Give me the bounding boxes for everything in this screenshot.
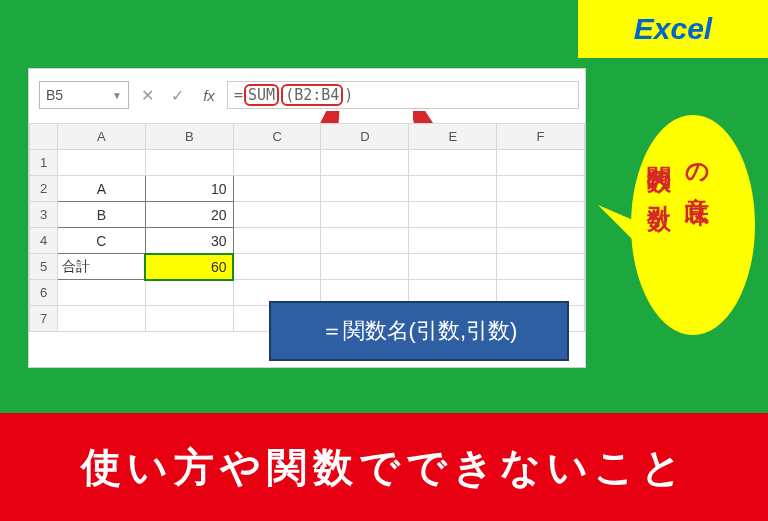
- formula-args-box: (B2:B4: [281, 84, 343, 106]
- syntax-box: ＝関数名(引数,引数): [269, 301, 569, 361]
- row-header[interactable]: 5: [30, 254, 58, 280]
- cell[interactable]: [497, 150, 585, 176]
- cell[interactable]: [321, 254, 409, 280]
- cell[interactable]: 10: [145, 176, 233, 202]
- cell[interactable]: [497, 228, 585, 254]
- cell[interactable]: [321, 150, 409, 176]
- cell[interactable]: [233, 228, 321, 254]
- speech-bubble: 関数の引数 の意味: [598, 105, 758, 345]
- fx-icon[interactable]: fx: [197, 83, 221, 107]
- row-header[interactable]: 6: [30, 280, 58, 306]
- formula-bar[interactable]: = SUM (B2:B4 ): [227, 81, 579, 109]
- name-box-value: B5: [46, 87, 63, 103]
- cell[interactable]: [233, 202, 321, 228]
- col-header[interactable]: A: [58, 124, 146, 150]
- select-all-corner[interactable]: [30, 124, 58, 150]
- cell[interactable]: [321, 202, 409, 228]
- cell[interactable]: [145, 150, 233, 176]
- cell[interactable]: [409, 202, 497, 228]
- cell[interactable]: [409, 176, 497, 202]
- cell[interactable]: 20: [145, 202, 233, 228]
- table-row: 5 合計 60: [30, 254, 585, 280]
- cell[interactable]: [145, 306, 233, 332]
- cell[interactable]: [497, 254, 585, 280]
- formula-eq: =: [234, 86, 243, 104]
- bubble-line1: 関数の引数: [643, 147, 675, 194]
- col-header[interactable]: E: [409, 124, 497, 150]
- chevron-down-icon: ▼: [112, 90, 122, 101]
- table-row: 1: [30, 150, 585, 176]
- excel-screenshot: B5 ▼ ✕ ✓ fx = SUM (B2:B4 ) 関数 引数 A B C D…: [28, 68, 586, 368]
- cell[interactable]: A: [58, 176, 146, 202]
- title-badge: Excel: [578, 0, 768, 58]
- cell[interactable]: [497, 202, 585, 228]
- syntax-text: ＝関数名(引数,引数): [321, 316, 518, 346]
- formula-func-box: SUM: [244, 84, 279, 106]
- table-row: 4 C 30: [30, 228, 585, 254]
- cell[interactable]: B: [58, 202, 146, 228]
- cell[interactable]: 30: [145, 228, 233, 254]
- cell[interactable]: [58, 150, 146, 176]
- cell[interactable]: [497, 176, 585, 202]
- cell[interactable]: [321, 176, 409, 202]
- cell[interactable]: [409, 150, 497, 176]
- footer-banner: 使い方や関数でできないこと: [0, 413, 768, 521]
- row-header[interactable]: 7: [30, 306, 58, 332]
- row-header[interactable]: 3: [30, 202, 58, 228]
- cell[interactable]: [321, 228, 409, 254]
- col-header[interactable]: F: [497, 124, 585, 150]
- cancel-icon[interactable]: ✕: [135, 83, 159, 107]
- cell[interactable]: [58, 280, 146, 306]
- col-header[interactable]: B: [145, 124, 233, 150]
- row-header[interactable]: 4: [30, 228, 58, 254]
- cell[interactable]: 合計: [58, 254, 146, 280]
- badge-label: Excel: [634, 12, 712, 46]
- row-header[interactable]: 1: [30, 150, 58, 176]
- cell[interactable]: [409, 254, 497, 280]
- col-header[interactable]: D: [321, 124, 409, 150]
- bubble-line2: の意味: [681, 147, 713, 194]
- cell[interactable]: [409, 228, 497, 254]
- table-row: 3 B 20: [30, 202, 585, 228]
- table-row: 2 A 10: [30, 176, 585, 202]
- check-icon[interactable]: ✓: [165, 83, 189, 107]
- svg-marker-5: [598, 205, 633, 240]
- formula-close: ): [344, 86, 353, 104]
- active-cell[interactable]: 60: [145, 254, 233, 280]
- cell[interactable]: [145, 280, 233, 306]
- name-box[interactable]: B5 ▼: [39, 81, 129, 109]
- footer-text: 使い方や関数でできないこと: [81, 440, 688, 495]
- col-header[interactable]: C: [233, 124, 321, 150]
- cell[interactable]: C: [58, 228, 146, 254]
- row-header[interactable]: 2: [30, 176, 58, 202]
- cell[interactable]: [58, 306, 146, 332]
- cell[interactable]: [233, 150, 321, 176]
- cell[interactable]: [233, 176, 321, 202]
- cell[interactable]: [233, 254, 321, 280]
- formula-bar-area: B5 ▼ ✕ ✓ fx = SUM (B2:B4 ): [39, 79, 579, 111]
